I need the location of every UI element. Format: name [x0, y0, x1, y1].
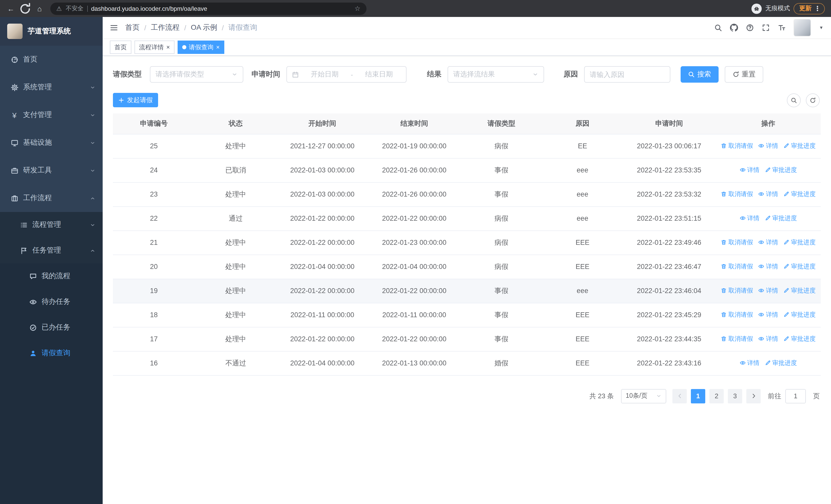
reset-button[interactable]: 重置 [724, 66, 763, 83]
toggle-search-button[interactable] [787, 93, 801, 107]
page-button[interactable]: 3 [728, 389, 742, 403]
back-icon[interactable]: ← [4, 2, 18, 15]
progress-action-link[interactable]: 审批进度 [765, 214, 797, 223]
detail-action-link[interactable]: 详情 [739, 214, 760, 223]
progress-action-link[interactable]: 审批进度 [783, 190, 815, 199]
prev-page-button[interactable] [672, 389, 687, 403]
cancel-action-link[interactable]: 取消请假 [721, 310, 753, 319]
sidebar-item[interactable]: 工作流程 [0, 184, 103, 212]
chevron-down-icon [656, 393, 662, 399]
cancel-action-link[interactable]: 取消请假 [721, 262, 753, 271]
tab-close-icon[interactable]: × [216, 44, 220, 50]
page-tab[interactable]: 首页 [110, 40, 132, 54]
sidebar-item[interactable]: 研发工具 [0, 156, 103, 184]
font-size-icon[interactable] [778, 24, 786, 32]
reload-icon[interactable] [19, 2, 32, 15]
detail-action-link[interactable]: 详情 [758, 310, 778, 319]
sidebar-item[interactable]: 基础设施 [0, 129, 103, 156]
cell-id: 21 [113, 231, 195, 255]
detail-action-link[interactable]: 详情 [739, 166, 760, 175]
detail-action-link[interactable]: 详情 [758, 287, 778, 295]
detail-action-link[interactable]: 详情 [758, 190, 778, 199]
progress-action-link[interactable]: 审批进度 [783, 142, 815, 150]
sidebar-item-label: 研发工具 [23, 166, 52, 175]
apply-time-range-picker[interactable]: 开始日期 - 结束日期 [286, 66, 406, 83]
progress-action-link[interactable]: 审批进度 [765, 166, 797, 175]
app-logo[interactable]: 芋道管理系统 [0, 17, 103, 46]
page-suffix: 页 [813, 391, 820, 401]
monitor-icon [10, 139, 19, 147]
progress-action-link[interactable]: 审批进度 [783, 262, 815, 271]
tab-close-icon[interactable]: × [166, 44, 170, 50]
cancel-action-link[interactable]: 取消请假 [721, 142, 753, 150]
user-avatar[interactable] [794, 19, 811, 36]
progress-action-link[interactable]: 审批进度 [783, 238, 815, 247]
yen-icon: ¥ [10, 111, 19, 119]
update-button[interactable]: 更新 ⋮ [794, 3, 825, 14]
user-icon [29, 349, 37, 357]
search-button[interactable]: 搜索 [681, 66, 718, 83]
next-page-button[interactable] [746, 389, 761, 403]
cancel-action-link[interactable]: 取消请假 [721, 190, 753, 199]
page-tab[interactable]: 流程详情× [135, 40, 174, 54]
cell-reason: EEE [542, 327, 623, 351]
page-size-select[interactable]: 10条/页 [621, 389, 666, 403]
reason-input[interactable] [584, 66, 670, 83]
page-tab[interactable]: 请假查询× [178, 40, 224, 54]
goto-page-input[interactable] [785, 389, 806, 403]
detail-action-link[interactable]: 详情 [739, 359, 760, 367]
github-icon[interactable] [730, 24, 738, 32]
cell-actions: 详情审批进度 [716, 158, 821, 182]
sidebar-item[interactable]: 待办任务 [0, 289, 103, 315]
page-button[interactable]: 2 [709, 389, 724, 403]
search-icon[interactable] [714, 24, 722, 32]
progress-action-link[interactable]: 审批进度 [783, 310, 815, 319]
table-row: 22通过2022-01-22 00:00:002022-01-22 00:00:… [113, 206, 821, 231]
breadcrumb-item[interactable]: 首页 [125, 23, 140, 32]
create-leave-button[interactable]: 发起请假 [113, 93, 158, 107]
fullscreen-icon[interactable] [762, 24, 770, 32]
sidebar-item[interactable]: 任务管理 [0, 238, 103, 263]
cancel-action-link[interactable]: 取消请假 [721, 238, 753, 247]
incognito-badge [751, 3, 762, 13]
progress-action-link[interactable]: 审批进度 [783, 287, 815, 295]
sidebar-item[interactable]: 我的流程 [0, 263, 103, 289]
sidebar-item[interactable]: ¥支付管理 [0, 101, 103, 129]
page-button[interactable]: 1 [691, 389, 705, 403]
result-select[interactable]: 请选择流结果 [448, 66, 544, 83]
sidebar-item[interactable]: 系统管理 [0, 73, 103, 101]
sidebar-collapse-icon[interactable] [110, 24, 118, 32]
detail-action-link[interactable]: 详情 [758, 335, 778, 343]
sidebar-item[interactable]: 首页 [0, 46, 103, 73]
cell-start: 2022-01-11 00:00:00 [277, 303, 368, 327]
sidebar-item[interactable]: 请假查询 [0, 340, 103, 366]
detail-action-link[interactable]: 详情 [758, 262, 778, 271]
breadcrumb-item[interactable]: OA 示例 [191, 23, 218, 32]
breadcrumb-item[interactable]: 工作流程 [151, 23, 180, 32]
help-icon[interactable] [746, 24, 754, 32]
security-warning-label[interactable]: 不安全 [66, 5, 83, 12]
cell-reason: EEE [542, 231, 623, 255]
cancel-action-link[interactable]: 取消请假 [721, 335, 753, 343]
sidebar-item[interactable]: 流程管理 [0, 212, 103, 238]
cancel-action-link[interactable]: 取消请假 [721, 287, 753, 295]
progress-action-link[interactable]: 审批进度 [783, 335, 815, 343]
edit-icon [783, 336, 790, 342]
bookmark-star-icon[interactable]: ☆ [354, 5, 361, 12]
browser-window: ← ⌂ ⚠ 不安全 dashboard.yudao.iocoder.cn/bpm… [0, 0, 831, 504]
pagination-total: 共 23 条 [590, 391, 614, 401]
browser-menu-icon[interactable]: ⋮ [814, 5, 821, 12]
refresh-table-button[interactable] [806, 93, 820, 107]
detail-action-link[interactable]: 详情 [758, 238, 778, 247]
home-icon[interactable]: ⌂ [33, 2, 46, 15]
detail-action-link[interactable]: 详情 [758, 142, 778, 150]
gear-icon [10, 83, 19, 91]
url-text[interactable]: dashboard.yudao.iocoder.cn/bpm/oa/leave [91, 5, 207, 12]
progress-action-link[interactable]: 审批进度 [765, 359, 797, 367]
action-label: 审批进度 [791, 287, 815, 295]
sidebar-item[interactable]: 已办任务 [0, 315, 103, 340]
cell-type: 事假 [460, 158, 542, 182]
address-bar[interactable]: ⚠ 不安全 dashboard.yudao.iocoder.cn/bpm/oa/… [50, 2, 367, 14]
leave-type-select[interactable]: 请选择请假类型 [150, 66, 243, 83]
avatar-caret-icon[interactable]: ▾ [819, 25, 824, 30]
